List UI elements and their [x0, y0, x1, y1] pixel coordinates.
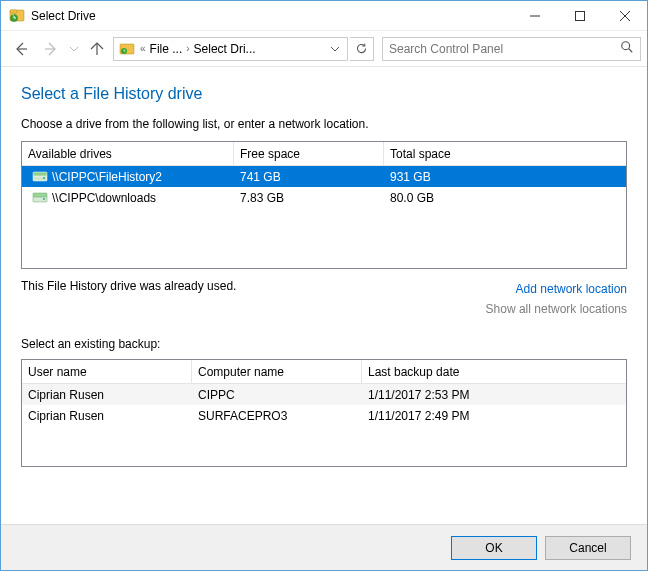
backup-computer: SURFACEPRO3: [192, 409, 362, 423]
backup-user: Ciprian Rusen: [22, 388, 192, 402]
window-title: Select Drive: [31, 9, 512, 23]
drives-list: Available drives Free space Total space …: [21, 141, 627, 269]
close-button[interactable]: [602, 1, 647, 30]
drive-name: \\CIPPC\downloads: [52, 191, 156, 205]
add-network-location-link[interactable]: Add network location: [486, 279, 627, 299]
up-button[interactable]: [83, 35, 111, 63]
maximize-button[interactable]: [557, 1, 602, 30]
chevron-left-icon: «: [138, 43, 148, 54]
backup-computer: CIPPC: [192, 388, 362, 402]
backups-list: User name Computer name Last backup date…: [21, 359, 627, 467]
drives-header: Available drives Free space Total space: [22, 142, 626, 166]
backup-user: Ciprian Rusen: [22, 409, 192, 423]
cancel-button[interactable]: Cancel: [545, 536, 631, 560]
svg-rect-4: [575, 11, 584, 20]
network-drive-icon: [32, 192, 48, 204]
minimize-button[interactable]: [512, 1, 557, 30]
col-user-name[interactable]: User name: [22, 360, 192, 383]
search-icon[interactable]: [620, 40, 634, 57]
drive-free: 741 GB: [234, 170, 384, 184]
instruction-text: Choose a drive from the following list, …: [21, 117, 627, 131]
backups-label: Select an existing backup:: [21, 337, 627, 351]
titlebar: Select Drive: [1, 1, 647, 31]
recent-dropdown-icon[interactable]: [67, 35, 81, 63]
breadcrumb-seg[interactable]: File ...: [150, 42, 183, 56]
breadcrumb-dropdown-icon[interactable]: [327, 42, 343, 56]
svg-rect-1: [10, 10, 17, 13]
drive-row[interactable]: \\CIPPC\FileHistory2 741 GB 931 GB: [22, 166, 626, 187]
search-input[interactable]: Search Control Panel: [382, 37, 641, 61]
drive-free: 7.83 GB: [234, 191, 384, 205]
backup-row[interactable]: Ciprian Rusen SURFACEPRO3 1/11/2017 2:49…: [22, 405, 626, 426]
app-icon: [9, 8, 25, 24]
col-computer-name[interactable]: Computer name: [192, 360, 362, 383]
svg-rect-15: [33, 172, 47, 176]
network-drive-icon: [32, 171, 48, 183]
footer: OK Cancel: [1, 524, 647, 570]
breadcrumb[interactable]: « File ... › Select Dri...: [113, 37, 348, 61]
breadcrumb-seg[interactable]: Select Dri...: [194, 42, 256, 56]
drive-total: 931 GB: [384, 170, 626, 184]
svg-point-16: [43, 177, 45, 179]
window-controls: [512, 1, 647, 30]
folder-history-icon: [118, 40, 136, 58]
ok-button[interactable]: OK: [451, 536, 537, 560]
backup-date: 1/11/2017 2:53 PM: [362, 388, 626, 402]
forward-button[interactable]: [37, 35, 65, 63]
svg-rect-18: [33, 193, 47, 197]
col-free-space[interactable]: Free space: [234, 142, 384, 165]
svg-line-13: [629, 49, 633, 53]
show-all-network-locations-link[interactable]: Show all network locations: [486, 299, 627, 319]
svg-point-12: [622, 42, 630, 50]
backup-row[interactable]: Ciprian Rusen CIPPC 1/11/2017 2:53 PM: [22, 384, 626, 405]
status-message: This File History drive was already used…: [21, 279, 486, 293]
col-available-drives[interactable]: Available drives: [22, 142, 234, 165]
drive-total: 80.0 GB: [384, 191, 626, 205]
search-placeholder: Search Control Panel: [389, 42, 620, 56]
col-total-space[interactable]: Total space: [384, 147, 626, 161]
svg-point-19: [43, 198, 45, 200]
col-last-backup-date[interactable]: Last backup date: [362, 365, 626, 379]
page-title: Select a File History drive: [21, 85, 627, 103]
drive-row[interactable]: \\CIPPC\downloads 7.83 GB 80.0 GB: [22, 187, 626, 208]
chevron-right-icon: ›: [184, 43, 191, 54]
backups-header: User name Computer name Last backup date: [22, 360, 626, 384]
drive-name: \\CIPPC\FileHistory2: [52, 170, 162, 184]
content-area: Select a File History drive Choose a dri…: [1, 67, 647, 524]
back-button[interactable]: [7, 35, 35, 63]
navbar: « File ... › Select Dri... Search Contro…: [1, 31, 647, 67]
refresh-button[interactable]: [350, 37, 374, 61]
backup-date: 1/11/2017 2:49 PM: [362, 409, 626, 423]
